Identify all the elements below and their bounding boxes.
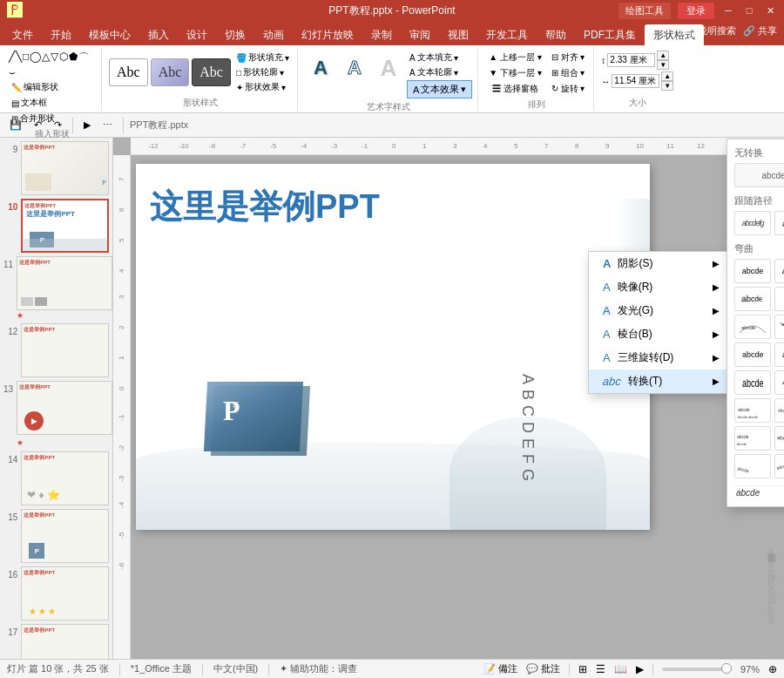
art-a-2[interactable]: A [339,51,370,85]
slide-panel: 9 这是举例PPT P 10 这是举例PPT 这里是举例PPT P 11 [0,138,113,659]
curve-21[interactable]: abcde abcde abcde [734,398,771,423]
tab-pdf[interactable]: PDF工具集 [575,24,645,45]
shape-outline-button[interactable]: □ 形状轮廓▾ [233,65,292,79]
text-fill-button[interactable]: A 文本填充▾ [407,51,472,64]
curve-2[interactable]: abcde [774,259,784,283]
view-slideshow-button[interactable]: ▶ [636,663,644,675]
slide-14-thumb[interactable]: 这是举例PPT ❤ ♦ ⭐ [21,451,109,505]
redo-button[interactable]: ↷ [50,117,66,133]
text-outline-button[interactable]: A 文本轮廓▾ [407,65,472,79]
zoom-thumb[interactable] [721,663,732,674]
slide-12-thumb[interactable]: 这是举例PPT [21,323,109,377]
curve-29[interactable]: abcde [734,454,771,478]
share-button[interactable]: 🔗 共享 [743,24,777,37]
abc-style-2[interactable]: Abc [151,58,190,86]
curve-17[interactable]: abcde [734,370,771,395]
slide-13-thumb[interactable]: 这是举例PPT ▶ [17,381,112,435]
width-down[interactable]: ▼ [661,81,673,91]
start-presentation-button[interactable]: ▶ [79,117,95,133]
tab-start[interactable]: 开始 [42,24,80,45]
menu-item-shadow[interactable]: A 阴影(S) ▶ [589,252,727,275]
tab-templates[interactable]: 模板中心 [80,24,139,45]
tab-review[interactable]: 审阅 [401,24,439,45]
curve-18[interactable]: abcde [774,370,784,395]
outline-icon: □ [236,68,241,78]
undo-button[interactable]: ↶ [30,117,46,133]
follow-path-2[interactable]: abcde [774,211,784,235]
backward-button[interactable]: ▼ 下移一层 ▾ [485,66,544,80]
selection-pane-button[interactable]: ☰ 选择窗格 [485,82,544,96]
tab-animations[interactable]: 动画 [254,24,293,45]
restore-icon[interactable]: □ [742,3,756,17]
toolbar-more-button[interactable]: ⋯ [98,117,117,133]
forward-button[interactable]: ▲ 上移一层 ▾ [485,51,544,64]
curve-26[interactable]: abcde [774,426,784,451]
shape-effect-button[interactable]: ✦ 形状效果▾ [233,80,292,94]
text-effect-button[interactable]: A 文本效果▾ [407,80,472,98]
notes-button[interactable]: 📝 備注 [483,662,517,675]
height-input[interactable] [607,53,655,67]
width-input[interactable] [612,74,659,88]
curve-13[interactable]: abcde [734,342,771,367]
align-button[interactable]: ⊟ 对齐 ▾ [548,51,589,64]
height-up[interactable]: ▲ [657,51,669,60]
minimize-icon[interactable]: ─ [721,3,735,17]
curve-14[interactable]: abcde [774,342,784,367]
follow-path-1[interactable]: abcdefg [734,211,771,235]
zoom-slider[interactable] [662,668,732,671]
text-box-button[interactable]: ▤ 文本框 [9,96,96,110]
close-icon[interactable]: ✕ [763,3,777,17]
width-up[interactable]: ▲ [661,71,673,81]
curve-9[interactable]: abcde [734,315,771,339]
view-reading-button[interactable]: 📖 [614,663,627,675]
abc-style-1[interactable]: Abc [109,58,148,86]
curve-30[interactable]: abcde [774,454,784,478]
height-down[interactable]: ▼ [657,60,669,70]
login-button[interactable]: 登录 [678,3,714,19]
save-button-toolbar[interactable]: 💾 [5,117,26,133]
curve-22[interactable]: abcde [774,398,784,423]
tab-slideshow[interactable]: 幻灯片放映 [293,24,362,45]
slide-16-thumb[interactable]: 这是举例PPT ★ ★ ★ [21,566,109,620]
rotate-button[interactable]: ↻ 旋转 ▾ [548,82,589,96]
tab-developer[interactable]: 开发工具 [477,24,537,45]
tab-insert[interactable]: 插入 [139,24,178,45]
slide-17-thumb[interactable]: 这是举例PPT [21,624,109,659]
curve-10[interactable]: abcde [774,315,784,339]
menu-item-glow[interactable]: A 发光(G) ▶ [589,299,727,322]
tab-design[interactable]: 设计 [178,24,216,45]
group-button[interactable]: ⊞ 组合 ▾ [548,66,589,80]
transform-icon: abc [602,375,621,388]
slide-10-thumb[interactable]: 这是举例PPT 这里是举例PPT P [21,199,109,253]
menu-item-bevel[interactable]: A 棱台(B) ▶ [589,322,727,346]
menu-item-3d[interactable]: A 三维旋转(D) ▶ [589,346,727,370]
comments-button[interactable]: 💬 批注 [526,662,560,675]
edit-shape-button[interactable]: ✏️ 编辑形状 [9,80,96,94]
tab-view[interactable]: 视图 [439,24,477,45]
slide-15-thumb[interactable]: 这是举例PPT P [21,509,109,563]
operations-search[interactable]: 操作说明搜索 [679,24,736,37]
tab-record[interactable]: 录制 [362,24,401,45]
slide-11-thumb[interactable]: 这是举例PPT [17,256,112,310]
curve-5[interactable]: abcde [734,287,771,311]
tab-transitions[interactable]: 切换 [216,24,254,45]
abc-style-3[interactable]: Abc [192,58,231,86]
slide-9-thumb[interactable]: 这是举例PPT P [21,141,109,195]
shape-fill-button[interactable]: 🪣 形状填充▾ [233,51,292,64]
slide-title[interactable]: 这里是举例PPT [150,185,380,229]
no-transform-item[interactable]: abcde [734,163,784,187]
menu-item-reflect[interactable]: A 映像(R) ▶ [589,275,727,299]
curve-6[interactable]: abcde [774,287,784,311]
art-a-3[interactable]: A [373,51,404,85]
zoom-fit-button[interactable]: ⊕ [768,663,777,675]
view-normal-button[interactable]: ⊞ [578,663,587,675]
menu-item-transform[interactable]: abc 转换(T) ▶ [589,370,727,393]
curve-1[interactable]: abcde [734,259,771,283]
art-a-1[interactable]: A [305,51,336,85]
tab-help[interactable]: 帮助 [537,24,575,45]
curve-25[interactable]: abcde abcde [734,426,771,451]
tab-file[interactable]: 文件 [3,24,42,45]
slide-canvas[interactable]: 这里是举例PPT P ≡ ABCDEFG [136,164,650,530]
ppt-logo-container[interactable]: P ≡ [206,382,319,460]
view-outline-button[interactable]: ☰ [596,663,605,675]
